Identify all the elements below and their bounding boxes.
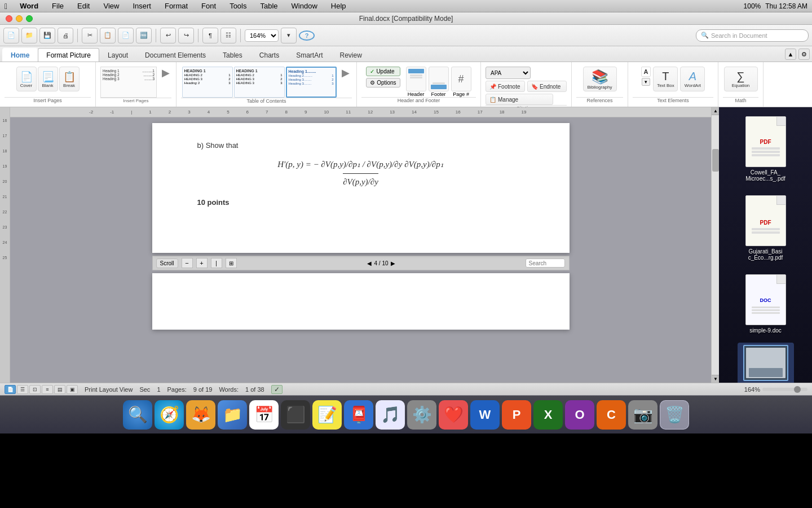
tab-review[interactable]: Review bbox=[331, 48, 370, 62]
view-mode-btn[interactable]: | bbox=[211, 258, 222, 268]
scroll-track[interactable] bbox=[712, 115, 719, 375]
header-button[interactable]: Header bbox=[406, 67, 426, 97]
dock-photos[interactable]: 📷 bbox=[628, 400, 657, 430]
format-painter[interactable]: 🆓 bbox=[136, 28, 152, 43]
next-page-btn[interactable]: ▶ bbox=[391, 260, 395, 266]
tab-home[interactable]: Home bbox=[2, 48, 38, 62]
focus-view-btn[interactable]: ▣ bbox=[67, 385, 78, 394]
cover-button[interactable]: 📄 Cover bbox=[16, 67, 37, 91]
zoom-stepper[interactable]: ▾ bbox=[281, 28, 297, 43]
menu-table[interactable]: Table bbox=[257, 2, 281, 10]
dock-powerpoint[interactable]: P bbox=[502, 400, 531, 430]
desktop-file-gujarati[interactable]: PDF Gujarati_Basic_Eco...rg.pdf bbox=[738, 191, 794, 265]
menu-edit[interactable]: Edit bbox=[74, 2, 93, 10]
menu-view[interactable]: View bbox=[100, 2, 122, 10]
dock-word[interactable]: W bbox=[470, 400, 500, 430]
tab-format-picture[interactable]: Format Picture bbox=[38, 48, 99, 62]
heading-style-3[interactable]: Heading 1........ Heading 2.........1 He… bbox=[286, 67, 337, 98]
show-formatting[interactable]: ¶ bbox=[202, 28, 218, 43]
outline-view-btn[interactable]: ⊡ bbox=[29, 385, 41, 394]
tab-smartart[interactable]: SmartArt bbox=[288, 48, 331, 62]
track-changes-indicator[interactable]: ✓ bbox=[271, 385, 283, 394]
equation-button[interactable]: ∑ Equation bbox=[724, 67, 758, 91]
undo-button[interactable]: ↩ bbox=[160, 28, 176, 43]
help-button[interactable]: ? bbox=[299, 30, 315, 41]
copy-button[interactable]: 📋 bbox=[100, 28, 116, 43]
dock-notes[interactable]: 📝 bbox=[312, 400, 342, 430]
page-number-button[interactable]: # Page # bbox=[451, 67, 471, 97]
heading-style-1[interactable]: HEADING 1 HEADING 21 HEADING 32 Heading … bbox=[182, 67, 233, 98]
tab-layout[interactable]: Layout bbox=[99, 48, 136, 62]
break-button[interactable]: 📋 Break bbox=[59, 67, 80, 91]
tab-tables[interactable]: Tables bbox=[214, 48, 251, 62]
endnote-button[interactable]: 🔖 Endnote bbox=[527, 81, 567, 92]
doc-scroll-area[interactable]: -2-1|12345678910111213141516171819 b) Sh… bbox=[10, 107, 711, 383]
dock-trash[interactable]: 🗑️ bbox=[660, 400, 689, 430]
dock-onenote[interactable]: O bbox=[565, 400, 594, 430]
save-button[interactable]: 💾 bbox=[39, 28, 55, 43]
redo-button[interactable]: ↪ bbox=[178, 28, 194, 43]
footnote-button[interactable]: 📌 Footnote bbox=[486, 81, 525, 92]
draft-view-btn[interactable]: ≡ bbox=[42, 385, 53, 394]
dock-finder[interactable]: 🔍 bbox=[123, 400, 152, 430]
wordart-button[interactable]: A WordArt bbox=[680, 67, 705, 91]
tab-document-elements[interactable]: Document Elements bbox=[136, 48, 214, 62]
column-view-btn[interactable]: ▤ bbox=[54, 385, 65, 394]
update-button[interactable]: ✓ Update bbox=[366, 67, 400, 76]
menu-help[interactable]: Help bbox=[328, 2, 350, 10]
scroll-down-arrow[interactable]: ▼ bbox=[712, 375, 720, 383]
ribbon-collapse-btn[interactable]: ▲ bbox=[785, 49, 796, 60]
zoom-selector[interactable]: 164% bbox=[245, 29, 279, 42]
manage-button[interactable]: 📋 Manage bbox=[486, 94, 553, 105]
scroll-thumb[interactable] bbox=[712, 149, 719, 172]
hf-options-button[interactable]: ⚙ Options bbox=[366, 78, 400, 87]
textbox-button[interactable]: T Text Box bbox=[653, 67, 678, 91]
document-page-2[interactable] bbox=[152, 273, 570, 330]
minimize-button[interactable] bbox=[16, 15, 23, 22]
desktop-screenshot-1[interactable]: Screen Shot2013...8 AM bbox=[738, 343, 794, 383]
desktop-file-simple[interactable]: DOC simple-9.doc bbox=[738, 270, 794, 338]
tab-charts[interactable]: Charts bbox=[251, 48, 288, 62]
new-button[interactable]: 📄 bbox=[3, 28, 19, 43]
toc-nav-arrow[interactable]: ▶ bbox=[162, 67, 170, 79]
grid-view-btn[interactable]: ⊞ bbox=[226, 258, 237, 268]
page-search-input[interactable] bbox=[526, 259, 565, 268]
print-layout-btn[interactable]: 📄 bbox=[5, 385, 16, 394]
dock-mail[interactable]: 📮 bbox=[344, 400, 373, 430]
menu-font[interactable]: Font bbox=[198, 2, 219, 10]
menu-format[interactable]: Format bbox=[161, 2, 191, 10]
zoom-slider-thumb[interactable] bbox=[794, 386, 801, 393]
scroll-mode-selector[interactable]: Scroll bbox=[156, 259, 178, 268]
dock-office[interactable]: C bbox=[597, 400, 626, 430]
view-options[interactable]: ☷ bbox=[220, 28, 236, 43]
menu-tools[interactable]: Tools bbox=[226, 2, 250, 10]
print-button[interactable]: 🖨 bbox=[58, 28, 73, 43]
cut-button[interactable]: ✂ bbox=[82, 28, 98, 43]
document-page-1[interactable]: b) Show that H'(p, y) = − ∂V(p,y)/∂p₁ / … bbox=[152, 123, 570, 253]
menu-window[interactable]: Window bbox=[288, 2, 321, 10]
dock-excel[interactable]: X bbox=[533, 400, 563, 430]
apple-menu[interactable]:  bbox=[5, 2, 7, 11]
toc-preview[interactable]: Heading 1..........1 Heading 2.........2… bbox=[100, 67, 157, 98]
heading-style-2[interactable]: HEADING 1 HEADING 21 HEADING 32 HEADING … bbox=[234, 67, 285, 98]
dock-calendar[interactable]: 📅 bbox=[249, 400, 279, 430]
menu-file[interactable]: File bbox=[48, 2, 67, 10]
list-view-btn[interactable]: ☰ bbox=[17, 385, 28, 394]
vertical-scrollbar[interactable]: ▲ ▼ bbox=[711, 107, 719, 383]
dock-itunes[interactable]: 🎵 bbox=[376, 400, 405, 430]
dock-firefox[interactable]: 🦊 bbox=[186, 400, 215, 430]
open-button[interactable]: 📁 bbox=[21, 28, 37, 43]
close-button[interactable] bbox=[6, 15, 12, 22]
zoom-plus-btn[interactable]: + bbox=[196, 258, 208, 268]
scroll-up-arrow[interactable]: ▲ bbox=[712, 107, 720, 115]
prev-page-btn[interactable]: ◀ bbox=[367, 260, 372, 266]
footer-button[interactable]: Footer bbox=[429, 67, 449, 97]
menu-word[interactable]: Word bbox=[16, 2, 42, 10]
font-dropdown[interactable]: ▾ bbox=[642, 78, 650, 86]
menu-insert[interactable]: Insert bbox=[129, 2, 155, 10]
dock-settings[interactable]: ⚙️ bbox=[407, 400, 436, 430]
paste-button[interactable]: 📄 bbox=[118, 28, 134, 43]
maximize-button[interactable] bbox=[26, 15, 33, 22]
bibliography-button[interactable]: 📚 Bibliography bbox=[583, 67, 617, 91]
dock-files[interactable]: 📁 bbox=[218, 400, 247, 430]
